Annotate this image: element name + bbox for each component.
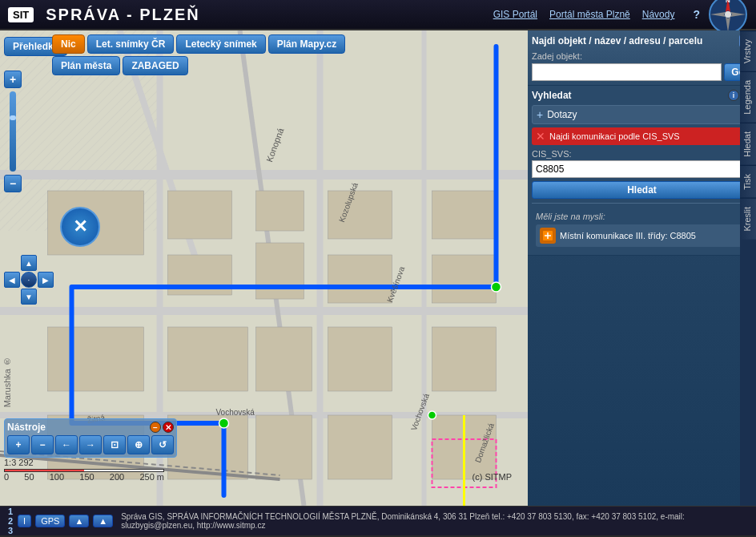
tool-refresh-btn[interactable]: ↺ <box>151 435 174 454</box>
tab-vrstvy[interactable]: Vrstvy <box>740 30 756 71</box>
nav-question[interactable]: ? <box>693 8 700 21</box>
tools-panel: Nástroje − ✕ + − ← → ⊡ ⊕ ↺ <box>4 418 177 458</box>
footer-gps-btn[interactable]: GPS <box>35 515 65 527</box>
search-input[interactable] <box>532 63 722 81</box>
vyhledat-header: Vyhledat i − <box>532 90 752 101</box>
svg-rect-24 <box>256 327 312 391</box>
tab-legenda[interactable]: Legenda <box>740 71 756 123</box>
tab-hledat[interactable]: Hledat <box>740 123 756 165</box>
btn-zabaged[interactable]: ZABAGED <box>123 56 187 75</box>
svg-rect-30 <box>432 327 497 391</box>
svg-text:N: N <box>726 0 730 4</box>
zoom-out-btn[interactable]: − <box>4 175 22 192</box>
scale-200: 200 <box>110 472 124 482</box>
svg-rect-25 <box>328 191 392 239</box>
svg-rect-31 <box>48 327 144 391</box>
dotazy-plus-icon: + <box>537 108 543 121</box>
cis-input[interactable] <box>532 160 752 178</box>
svg-rect-23 <box>256 243 304 299</box>
dotazy-row[interactable]: + Dotazy <box>532 105 752 124</box>
mysli-section: Měli jste na mysli: Místní komunikace II… <box>532 208 752 251</box>
map-row2: Plán města ZABAGED <box>52 56 345 75</box>
map-copyright: (c) SITMP <box>472 472 513 482</box>
btn-letecky-snimek[interactable]: Letecký snímek <box>176 34 265 54</box>
zoom-in-btn[interactable]: + <box>4 71 22 88</box>
footer-left: 1 2 3 I GPS ▲ ▲ <box>8 507 113 535</box>
btn-plan-mesta[interactable]: Plán města <box>52 56 120 75</box>
tool-minus-btn[interactable]: − <box>31 435 54 454</box>
arrow-empty-bl <box>4 289 20 305</box>
arrow-right[interactable]: ▶ <box>38 272 54 288</box>
arrow-left[interactable]: ◀ <box>4 272 20 288</box>
search-title-text: Najdi objekt / název / adresu / parcelu <box>532 35 702 46</box>
app-header: SIT SPRÁVA - PLZEŇ GIS Portál Portál měs… <box>0 0 756 30</box>
footer-arrow2-btn[interactable]: ▲ <box>93 515 113 527</box>
search-panel-title: Najdi objekt / název / adresu / parcelu … <box>532 34 752 47</box>
scale-50: 50 <box>24 472 34 482</box>
nav-city-portal[interactable]: Portál města Plzně <box>549 9 630 20</box>
tool-rect-btn[interactable]: ⊡ <box>103 435 126 454</box>
btn-plan-mapy[interactable]: Plán Mapy.cz <box>268 34 345 54</box>
footer-btn-i[interactable]: I <box>18 515 31 527</box>
search-label: Zadej objekt: <box>532 51 752 61</box>
tool-target-btn[interactable]: ⊕ <box>127 435 150 454</box>
page-numbers: 1 2 3 <box>8 507 14 535</box>
svg-rect-35 <box>328 415 392 479</box>
scale-250: 250 m <box>139 472 164 482</box>
nav-help[interactable]: Návody <box>642 9 675 20</box>
btn-let-snimky[interactable]: Let. snímky ČR <box>87 34 175 54</box>
header-nav: GIS Portál Portál města Plzně Návody ? <box>493 8 700 21</box>
tab-kreslit[interactable]: Kreslit <box>740 198 756 240</box>
scale-150: 150 <box>79 472 94 482</box>
tab-tisk[interactable]: Tisk <box>740 165 756 198</box>
search-panel: Najdi objekt / název / adresu / parcelu … <box>528 30 756 86</box>
compass-rose: N <box>708 0 748 34</box>
najdi-komunikaci-row[interactable]: ✕ Najdi komunikaci podle CIS_SVS <box>532 127 752 145</box>
hledat-button[interactable]: Hledat <box>532 181 752 199</box>
tools-controls: − ✕ <box>150 422 174 433</box>
arrow-center[interactable]: · <box>21 272 37 288</box>
nav-gis-portal[interactable]: GIS Portál <box>493 9 537 20</box>
tools-header: Nástroje − ✕ <box>7 422 174 433</box>
vyhledat-info-btn[interactable]: i <box>728 90 739 101</box>
zoom-slider[interactable] <box>10 91 16 172</box>
sidebar: Najdi objekt / název / adresu / parcelu … <box>528 30 756 506</box>
map-area[interactable]: Konopná Kozolupská Kvěšínova Vochovská D… <box>0 30 528 506</box>
logo: SIT <box>8 7 34 22</box>
main-layout: Konopná Kozolupská Kvěšínova Vochovská D… <box>0 30 756 506</box>
mysli-title: Měli jste na mysli: <box>536 212 748 221</box>
tools-minimize-btn[interactable]: − <box>150 422 161 433</box>
vyhledat-title: Vyhledat <box>532 90 572 101</box>
tool-right-btn[interactable]: → <box>79 435 102 454</box>
svg-rect-26 <box>328 255 392 303</box>
svg-rect-27 <box>328 327 392 391</box>
tools-title: Nástroje <box>7 422 46 433</box>
arrow-down[interactable]: ▼ <box>21 289 37 305</box>
btn-nic[interactable]: Nic <box>52 34 85 54</box>
najdi-label: Najdi komunikaci podle CIS_SVS <box>549 131 680 141</box>
zoom-controls: + − <box>4 71 22 192</box>
footer-text: Správa GIS, SPRÁVA INFORMAČNÍCH TECHNOLO… <box>121 512 748 530</box>
scale-bar: 1:3 292 0 50 100 150 200 250 m <box>4 458 164 482</box>
tools-close-btn[interactable]: ✕ <box>163 422 174 433</box>
tool-left-btn[interactable]: ← <box>55 435 78 454</box>
svg-point-40 <box>219 418 229 428</box>
arrow-empty-tr <box>38 255 54 271</box>
divider <box>532 203 752 204</box>
app-title: SPRÁVA - PLZEŇ <box>46 6 493 24</box>
search-row: Go <box>532 63 752 81</box>
cis-section: CIS_SVS: Hledat <box>532 149 752 199</box>
map-row1: Nic Let. snímky ČR Letecký snímek Plán M… <box>52 34 345 54</box>
marushka-label: Marushka ® <box>0 354 14 410</box>
cancel-button[interactable]: ✕ <box>60 207 100 247</box>
footer-arrow1-btn[interactable]: ▲ <box>69 515 89 527</box>
footer: 1 2 3 I GPS ▲ ▲ Správa GIS, SPRÁVA INFOR… <box>0 506 756 535</box>
svg-point-39 <box>492 282 501 292</box>
arrow-empty-tl <box>4 255 20 271</box>
arrow-up[interactable]: ▲ <box>21 255 37 271</box>
mysli-item[interactable]: Místní komunikace III. třídy: C8805 <box>536 224 748 247</box>
tool-plus-btn[interactable]: + <box>7 435 30 454</box>
mysli-icon <box>540 228 556 244</box>
map-top-buttons: Nic Let. snímky ČR Letecký snímek Plán M… <box>52 34 345 75</box>
svg-rect-34 <box>256 415 312 479</box>
